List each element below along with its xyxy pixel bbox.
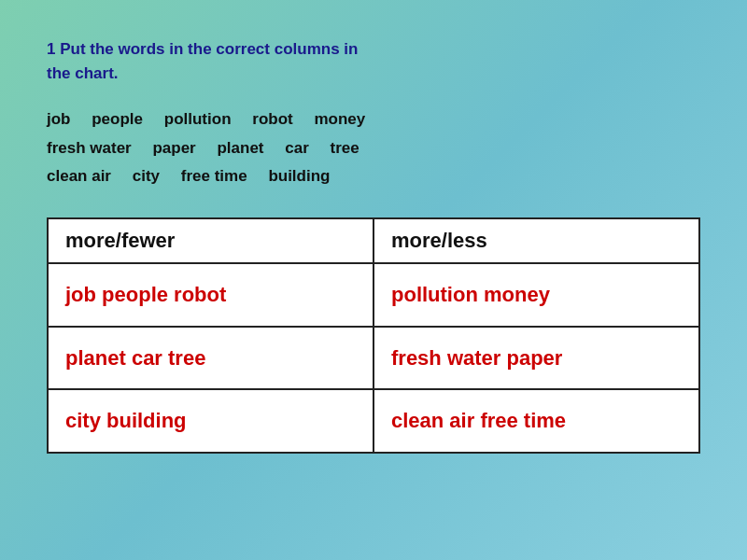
word-city: city xyxy=(133,167,160,185)
cell-less-row3: clean air free time xyxy=(374,389,699,453)
word-people: people xyxy=(92,110,143,128)
word-clean-air: clean air xyxy=(47,167,111,185)
cell-fewer-row3: city building xyxy=(48,389,374,453)
table-row-1: job people robot pollution money xyxy=(48,263,699,327)
word-row-2: fresh water paper planet car tree xyxy=(47,134,700,163)
word-fresh-water: fresh water xyxy=(47,139,132,157)
chart-table: more/fewer more/less job people robot po… xyxy=(47,217,700,454)
header-more-fewer: more/fewer xyxy=(48,218,374,263)
instructions-block: 1 Put the words in the correct columns i… xyxy=(47,37,700,85)
header-more-less: more/less xyxy=(374,218,699,263)
cell-fewer-row2: planet car tree xyxy=(48,327,374,390)
instruction-line1: 1 Put the words in the correct columns i… xyxy=(47,37,700,62)
word-building: building xyxy=(268,167,330,185)
word-planet: planet xyxy=(217,139,263,157)
word-pollution: pollution xyxy=(164,110,232,128)
word-money: money xyxy=(314,110,365,128)
word-job: job xyxy=(47,110,71,128)
word-car: car xyxy=(285,139,309,157)
word-free-time: free time xyxy=(181,167,247,185)
word-tree: tree xyxy=(331,139,359,157)
cell-less-row2: fresh water paper xyxy=(374,327,699,390)
main-container: 1 Put the words in the correct columns i… xyxy=(47,37,700,454)
word-paper: paper xyxy=(152,139,195,157)
cell-fewer-row1: job people robot xyxy=(48,263,374,327)
word-row-1: job people pollution robot money xyxy=(47,105,700,134)
cell-less-row1: pollution money xyxy=(374,263,699,327)
table-row-3: city building clean air free time xyxy=(48,389,699,453)
word-row-3: clean air city free time building xyxy=(47,162,700,191)
word-list: job people pollution robot money fresh w… xyxy=(47,105,700,191)
instruction-line2: the chart. xyxy=(47,62,700,86)
word-robot: robot xyxy=(252,110,292,128)
table-row-2: planet car tree fresh water paper xyxy=(48,327,699,390)
